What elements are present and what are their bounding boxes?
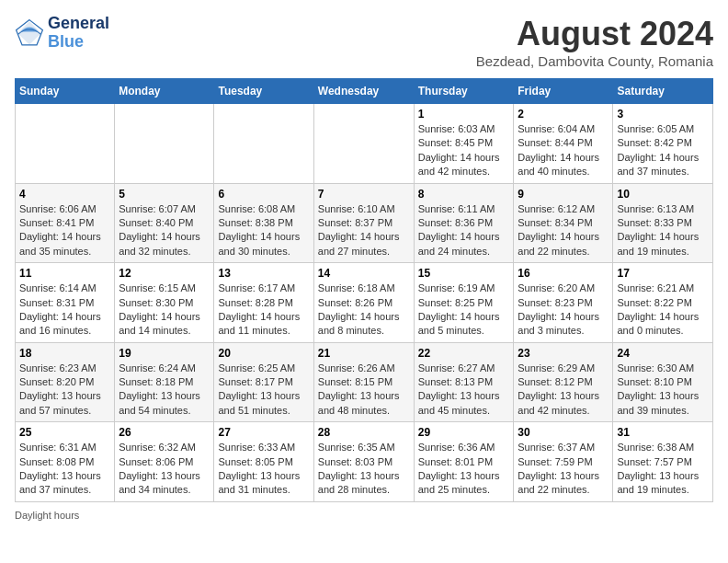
table-row bbox=[115, 104, 214, 184]
day-number: 9 bbox=[518, 188, 609, 201]
day-number: 20 bbox=[218, 347, 309, 360]
day-number: 22 bbox=[418, 347, 510, 360]
day-number: 8 bbox=[418, 188, 510, 201]
day-number: 28 bbox=[318, 426, 410, 439]
day-number: 26 bbox=[119, 426, 210, 439]
table-row: 9Sunrise: 6:12 AM Sunset: 8:34 PM Daylig… bbox=[514, 183, 613, 263]
table-row: 23Sunrise: 6:29 AM Sunset: 8:12 PM Dayli… bbox=[514, 342, 613, 422]
day-number: 14 bbox=[318, 267, 410, 280]
table-row: 11Sunrise: 6:14 AM Sunset: 8:31 PM Dayli… bbox=[16, 263, 115, 343]
day-number: 13 bbox=[218, 267, 309, 280]
table-row: 20Sunrise: 6:25 AM Sunset: 8:17 PM Dayli… bbox=[214, 342, 313, 422]
day-info: Sunrise: 6:32 AM Sunset: 8:06 PM Dayligh… bbox=[119, 441, 210, 498]
table-row: 18Sunrise: 6:23 AM Sunset: 8:20 PM Dayli… bbox=[16, 342, 115, 422]
location-subtitle: Bezdead, Dambovita County, Romania bbox=[476, 53, 713, 69]
table-row: 8Sunrise: 6:11 AM Sunset: 8:36 PM Daylig… bbox=[414, 183, 514, 263]
day-info: Sunrise: 6:20 AM Sunset: 8:23 PM Dayligh… bbox=[518, 282, 609, 339]
calendar-header-row: Sunday Monday Tuesday Wednesday Thursday… bbox=[16, 79, 713, 104]
day-number: 6 bbox=[218, 188, 309, 201]
day-number: 16 bbox=[518, 267, 609, 280]
day-info: Sunrise: 6:04 AM Sunset: 8:44 PM Dayligh… bbox=[518, 122, 609, 179]
table-row bbox=[16, 104, 115, 184]
day-number: 5 bbox=[119, 188, 210, 201]
day-info: Sunrise: 6:14 AM Sunset: 8:31 PM Dayligh… bbox=[19, 282, 110, 339]
table-row: 6Sunrise: 6:08 AM Sunset: 8:38 PM Daylig… bbox=[214, 183, 313, 263]
col-thursday: Thursday bbox=[414, 79, 514, 104]
table-row: 27Sunrise: 6:33 AM Sunset: 8:05 PM Dayli… bbox=[214, 422, 313, 502]
table-row: 19Sunrise: 6:24 AM Sunset: 8:18 PM Dayli… bbox=[115, 342, 214, 422]
day-number: 12 bbox=[119, 267, 210, 280]
logo-text: General Blue bbox=[48, 15, 109, 52]
day-number: 25 bbox=[19, 426, 110, 439]
day-number: 21 bbox=[318, 347, 410, 360]
day-info: Sunrise: 6:30 AM Sunset: 8:10 PM Dayligh… bbox=[617, 362, 709, 419]
day-info: Sunrise: 6:18 AM Sunset: 8:26 PM Dayligh… bbox=[318, 282, 410, 339]
day-info: Sunrise: 6:08 AM Sunset: 8:38 PM Dayligh… bbox=[218, 202, 309, 259]
day-number: 11 bbox=[19, 267, 110, 280]
day-info: Sunrise: 6:19 AM Sunset: 8:25 PM Dayligh… bbox=[418, 282, 510, 339]
calendar-week-4: 18Sunrise: 6:23 AM Sunset: 8:20 PM Dayli… bbox=[16, 342, 713, 422]
day-number: 18 bbox=[19, 347, 110, 360]
day-info: Sunrise: 6:31 AM Sunset: 8:08 PM Dayligh… bbox=[19, 441, 110, 498]
col-wednesday: Wednesday bbox=[313, 79, 414, 104]
day-number: 30 bbox=[518, 426, 609, 439]
day-number: 2 bbox=[518, 108, 609, 121]
day-info: Sunrise: 6:29 AM Sunset: 8:12 PM Dayligh… bbox=[518, 362, 609, 419]
calendar-week-2: 4Sunrise: 6:06 AM Sunset: 8:41 PM Daylig… bbox=[16, 183, 713, 263]
day-info: Sunrise: 6:06 AM Sunset: 8:41 PM Dayligh… bbox=[19, 202, 110, 259]
day-info: Sunrise: 6:05 AM Sunset: 8:42 PM Dayligh… bbox=[617, 122, 709, 179]
col-monday: Monday bbox=[115, 79, 214, 104]
day-number: 23 bbox=[518, 347, 609, 360]
table-row: 4Sunrise: 6:06 AM Sunset: 8:41 PM Daylig… bbox=[16, 183, 115, 263]
calendar-week-3: 11Sunrise: 6:14 AM Sunset: 8:31 PM Dayli… bbox=[16, 263, 713, 343]
table-row: 13Sunrise: 6:17 AM Sunset: 8:28 PM Dayli… bbox=[214, 263, 313, 343]
table-row: 10Sunrise: 6:13 AM Sunset: 8:33 PM Dayli… bbox=[613, 183, 713, 263]
day-number: 15 bbox=[418, 267, 510, 280]
day-number: 29 bbox=[418, 426, 510, 439]
table-row bbox=[313, 104, 414, 184]
day-number: 19 bbox=[119, 347, 210, 360]
table-row: 3Sunrise: 6:05 AM Sunset: 8:42 PM Daylig… bbox=[613, 104, 713, 184]
table-row: 29Sunrise: 6:36 AM Sunset: 8:01 PM Dayli… bbox=[414, 422, 514, 502]
month-year-title: August 2024 bbox=[476, 15, 713, 53]
table-row: 12Sunrise: 6:15 AM Sunset: 8:30 PM Dayli… bbox=[115, 263, 214, 343]
table-row: 25Sunrise: 6:31 AM Sunset: 8:08 PM Dayli… bbox=[16, 422, 115, 502]
day-number: 4 bbox=[19, 188, 110, 201]
day-info: Sunrise: 6:12 AM Sunset: 8:34 PM Dayligh… bbox=[518, 202, 609, 259]
table-row: 15Sunrise: 6:19 AM Sunset: 8:25 PM Dayli… bbox=[414, 263, 514, 343]
col-friday: Friday bbox=[514, 79, 613, 104]
day-info: Sunrise: 6:03 AM Sunset: 8:45 PM Dayligh… bbox=[418, 122, 510, 179]
calendar-week-1: 1Sunrise: 6:03 AM Sunset: 8:45 PM Daylig… bbox=[16, 104, 713, 184]
day-info: Sunrise: 6:23 AM Sunset: 8:20 PM Dayligh… bbox=[19, 362, 110, 419]
table-row: 28Sunrise: 6:35 AM Sunset: 8:03 PM Dayli… bbox=[313, 422, 414, 502]
table-row: 5Sunrise: 6:07 AM Sunset: 8:40 PM Daylig… bbox=[115, 183, 214, 263]
page-header: General Blue August 2024 Bezdead, Dambov… bbox=[15, 15, 713, 69]
calendar-table: Sunday Monday Tuesday Wednesday Thursday… bbox=[15, 78, 713, 502]
day-number: 31 bbox=[617, 426, 709, 439]
day-number: 7 bbox=[318, 188, 410, 201]
day-number: 24 bbox=[617, 347, 709, 360]
day-info: Sunrise: 6:07 AM Sunset: 8:40 PM Dayligh… bbox=[119, 202, 210, 259]
table-row: 21Sunrise: 6:26 AM Sunset: 8:15 PM Dayli… bbox=[313, 342, 414, 422]
day-number: 10 bbox=[617, 188, 709, 201]
table-row: 14Sunrise: 6:18 AM Sunset: 8:26 PM Dayli… bbox=[313, 263, 414, 343]
daylight-label: Daylight hours bbox=[15, 510, 79, 521]
day-info: Sunrise: 6:26 AM Sunset: 8:15 PM Dayligh… bbox=[318, 362, 410, 419]
calendar-footer: Daylight hours bbox=[15, 510, 713, 521]
day-info: Sunrise: 6:33 AM Sunset: 8:05 PM Dayligh… bbox=[218, 441, 309, 498]
title-block: August 2024 Bezdead, Dambovita County, R… bbox=[476, 15, 713, 69]
table-row: 2Sunrise: 6:04 AM Sunset: 8:44 PM Daylig… bbox=[514, 104, 613, 184]
table-row: 31Sunrise: 6:38 AM Sunset: 7:57 PM Dayli… bbox=[613, 422, 713, 502]
col-tuesday: Tuesday bbox=[214, 79, 313, 104]
col-sunday: Sunday bbox=[16, 79, 115, 104]
calendar-week-5: 25Sunrise: 6:31 AM Sunset: 8:08 PM Dayli… bbox=[16, 422, 713, 502]
table-row: 26Sunrise: 6:32 AM Sunset: 8:06 PM Dayli… bbox=[115, 422, 214, 502]
day-info: Sunrise: 6:21 AM Sunset: 8:22 PM Dayligh… bbox=[617, 282, 709, 339]
table-row bbox=[214, 104, 313, 184]
day-number: 27 bbox=[218, 426, 309, 439]
col-saturday: Saturday bbox=[613, 79, 713, 104]
table-row: 7Sunrise: 6:10 AM Sunset: 8:37 PM Daylig… bbox=[313, 183, 414, 263]
table-row: 24Sunrise: 6:30 AM Sunset: 8:10 PM Dayli… bbox=[613, 342, 713, 422]
logo: General Blue bbox=[15, 15, 109, 52]
day-info: Sunrise: 6:13 AM Sunset: 8:33 PM Dayligh… bbox=[617, 202, 709, 259]
